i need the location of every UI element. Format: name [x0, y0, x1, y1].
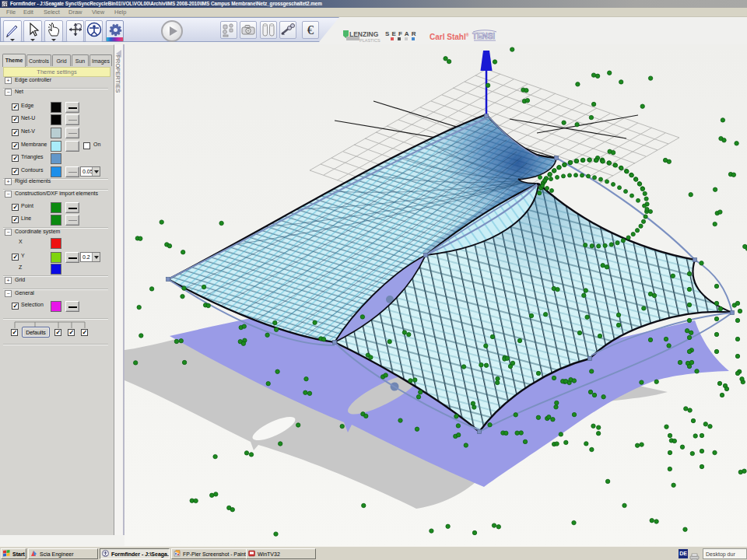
svg-text:LENZING: LENZING: [349, 30, 379, 38]
svg-text:SEFAR: SEFAR: [385, 30, 419, 37]
svg-text:€: €: [307, 23, 314, 37]
svg-text:PLASTICS: PLASTICS: [359, 38, 381, 43]
svg-text:TENSI: TENSI: [472, 32, 495, 41]
